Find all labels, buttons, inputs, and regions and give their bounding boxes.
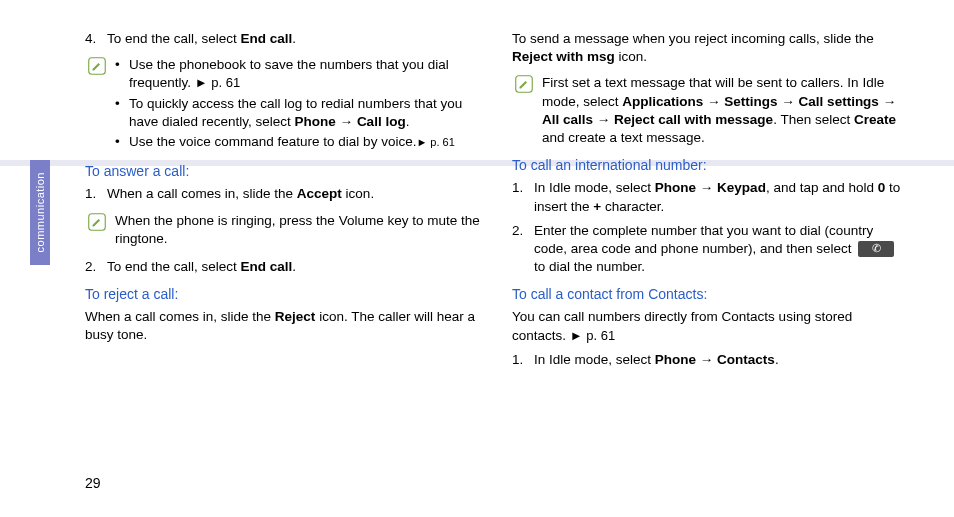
heading-international: To call an international number:	[512, 157, 909, 173]
list-number: 2.	[512, 222, 534, 277]
bullet-item: • Use the phonebook to save the numbers …	[115, 56, 482, 92]
list-number: 1.	[512, 351, 534, 369]
list-item: 2. Enter the complete number that you wa…	[512, 222, 909, 277]
list-item: 1. In Idle mode, select Phone → Keypad, …	[512, 179, 909, 215]
pencil-note-icon	[515, 75, 533, 93]
list-item: 2. To end the call, select End call.	[85, 258, 482, 276]
page-content: 4. To end the call, select End call. • U…	[0, 0, 954, 375]
note-icon	[512, 74, 536, 147]
list-number: 1.	[85, 185, 107, 203]
note-body: When the phone is ringing, press the Vol…	[109, 212, 482, 248]
list-item: 1. When a call comes in, slide the Accep…	[85, 185, 482, 203]
bullet-item: • Use the voice command feature to dial …	[115, 133, 482, 151]
note-box: First set a text message that will be se…	[512, 74, 909, 147]
pencil-note-icon	[88, 213, 106, 231]
list-text: To end the call, select End call.	[107, 258, 482, 276]
note-body: • Use the phonebook to save the numbers …	[109, 56, 482, 153]
note-body: First set a text message that will be se…	[536, 74, 909, 147]
list-text: When a call comes in, slide the Accept i…	[107, 185, 482, 203]
note-box: • Use the phonebook to save the numbers …	[85, 56, 482, 153]
call-button-icon	[858, 241, 894, 257]
list-text: Enter the complete number that you want …	[534, 222, 909, 277]
list-number: 4.	[85, 30, 107, 48]
note-icon	[85, 212, 109, 248]
list-text: To end the call, select End call.	[107, 30, 482, 48]
pencil-note-icon	[88, 57, 106, 75]
list-text: In Idle mode, select Phone → Contacts.	[534, 351, 909, 369]
list-text: In Idle mode, select Phone → Keypad, and…	[534, 179, 909, 215]
left-column: 4. To end the call, select End call. • U…	[85, 30, 482, 375]
paragraph: When a call comes in, slide the Reject i…	[85, 308, 482, 344]
list-number: 1.	[512, 179, 534, 215]
page-number: 29	[85, 475, 101, 491]
side-tab-label: communication	[34, 172, 46, 252]
list-item: 1. In Idle mode, select Phone → Contacts…	[512, 351, 909, 369]
heading-reject-call: To reject a call:	[85, 286, 482, 302]
note-icon	[85, 56, 109, 153]
side-tab: communication	[30, 160, 50, 265]
list-item: 4. To end the call, select End call.	[85, 30, 482, 48]
right-column: To send a message when you reject incomi…	[512, 30, 909, 375]
heading-contacts: To call a contact from Contacts:	[512, 286, 909, 302]
heading-answer-call: To answer a call:	[85, 163, 482, 179]
paragraph: To send a message when you reject incomi…	[512, 30, 909, 66]
paragraph: You can call numbers directly from Conta…	[512, 308, 909, 344]
list-number: 2.	[85, 258, 107, 276]
note-box: When the phone is ringing, press the Vol…	[85, 212, 482, 248]
bullet-item: • To quickly access the call log to redi…	[115, 95, 482, 131]
